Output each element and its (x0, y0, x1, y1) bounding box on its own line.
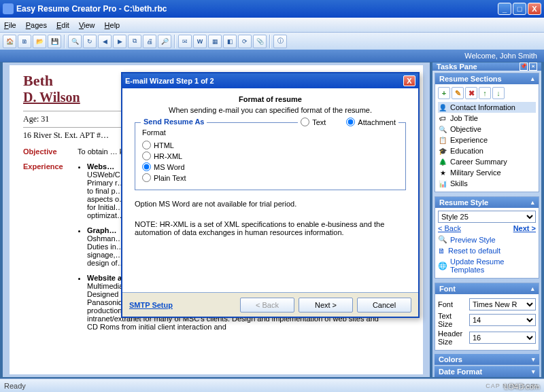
tool-open-icon[interactable]: 📂 (33, 35, 46, 48)
titlebar: Easy Resume Creator Pro - C:\beth.rbc _ … (0, 0, 544, 18)
watermark: LO4D.com (504, 382, 540, 391)
close-button[interactable]: X (528, 3, 541, 15)
tool-search-icon[interactable]: 🔍 (68, 35, 82, 48)
tool-sync-icon[interactable]: ⟳ (238, 35, 252, 48)
tool-print-icon[interactable]: 🖨 (143, 35, 156, 48)
textsize-label: Text Size (438, 312, 466, 328)
tool-refresh-icon[interactable]: ↻ (83, 35, 97, 48)
radio-html[interactable]: HTML (142, 141, 398, 149)
search-icon: 🔍 (438, 235, 447, 244)
menu-edit[interactable]: Edit (56, 21, 69, 29)
experience-icon: 📋 (438, 135, 447, 145)
tool-copy-icon[interactable]: ⧉ (128, 35, 141, 48)
section-education[interactable]: 🎓Education (438, 145, 536, 156)
email-wizard-dialog: E-mail Wizard Step 1 of 2 X Format of re… (121, 72, 420, 318)
preview-style-link[interactable]: 🔍Preview Style (438, 234, 536, 245)
section-career[interactable]: 🌲Career Summary (438, 156, 536, 167)
maximize-button[interactable]: □ (513, 3, 526, 15)
pane-pin-icon[interactable]: 📌 (520, 63, 528, 71)
collapse-icon[interactable]: ▴ (531, 199, 534, 206)
style-next-link[interactable]: Next > (513, 223, 536, 234)
panel-title: Resume Sections (439, 75, 502, 83)
section-objective[interactable]: 🔍Objective (438, 124, 536, 135)
radio-msword[interactable]: MS Word (142, 162, 398, 171)
section-contact[interactable]: 👤Contact Information (438, 102, 536, 113)
font-select[interactable]: Times New R (469, 298, 536, 310)
menu-view[interactable]: View (79, 21, 95, 29)
style-select[interactable]: Style 25 (438, 211, 536, 223)
radio-attachment[interactable]: Attachment (346, 118, 396, 126)
menu-file[interactable]: File (4, 21, 16, 29)
dialog-close-button[interactable]: X (403, 75, 415, 86)
send-as-fieldset: Send Resume As Text Attachment Format HT… (135, 122, 406, 190)
tool-word-icon[interactable]: W (193, 35, 207, 48)
headersize-label: Header Size (438, 329, 466, 346)
tool-new-icon[interactable]: 🗎 (18, 35, 31, 48)
objective-icon: 🔍 (438, 124, 447, 134)
back-button[interactable]: < Back (240, 298, 294, 313)
window-title: Easy Resume Creator Pro - C:\beth.rbc (16, 4, 496, 14)
reset-style-link[interactable]: 🗎Reset to default (438, 245, 536, 256)
textsize-select[interactable]: 14 (469, 314, 536, 326)
edit-section-button[interactable]: ✎ (452, 87, 464, 99)
tool-nav-left-icon[interactable]: ◀ (98, 35, 112, 48)
move-down-button[interactable]: ↓ (492, 87, 505, 99)
collapse-icon[interactable]: ▴ (531, 285, 534, 292)
move-up-button[interactable]: ↑ (479, 87, 491, 99)
panel-date-format[interactable]: Date Format▾ (435, 366, 539, 377)
expand-icon[interactable]: ▾ (532, 368, 535, 375)
menu-help[interactable]: Help (105, 21, 120, 29)
section-military[interactable]: ★Military Service (438, 167, 536, 178)
experience-label: Experience (23, 162, 78, 331)
tool-clip-icon[interactable]: 📎 (253, 35, 267, 48)
tool-save-icon[interactable]: 💾 (48, 35, 61, 48)
contact-icon: 👤 (438, 103, 447, 112)
tool-export-icon[interactable]: ▦ (208, 35, 222, 48)
add-section-button[interactable]: + (438, 87, 450, 99)
dialog-heading: Format of resume (135, 95, 406, 103)
delete-section-button[interactable]: ✖ (465, 87, 477, 99)
tasks-pane: Tasks Pane 📌 × Resume Sections▴ + ✎ ✖ ↑ … (432, 63, 541, 377)
dialog-subheading: When sending e-mail you can specified fo… (135, 106, 406, 114)
smtp-setup-link[interactable]: SMTP Setup (129, 301, 173, 309)
toolbar: 🏠 🗎 📂 💾 🔍 ↻ ◀ ▶ ⧉ 🖨 🔎 ✉ W ▦ ◧ ⟳ 📎 ⓘ Welc… (0, 33, 544, 50)
panel-colors[interactable]: Colors▾ (435, 354, 539, 365)
tool-preview-icon[interactable]: 🔎 (158, 35, 171, 48)
section-skills[interactable]: 📊Skills (438, 178, 536, 189)
panel-title: Resume Style (439, 198, 488, 207)
expand-icon[interactable]: ▾ (532, 356, 535, 363)
menubar: File Pages Edit View Help (0, 18, 544, 33)
section-experience[interactable]: 📋Experience (438, 135, 536, 145)
panel-title: Font (439, 285, 456, 293)
tool-mail-icon[interactable]: ✉ (178, 35, 192, 48)
style-back-link[interactable]: < Back (438, 223, 461, 234)
radio-plain[interactable]: Plain Text (142, 173, 398, 182)
update-templates-link[interactable]: 🌐Update Resume Templates (438, 256, 536, 275)
radio-hrxml[interactable]: HR-XML (142, 152, 398, 160)
separator (64, 35, 65, 48)
dialog-titlebar[interactable]: E-mail Wizard Step 1 of 2 X (122, 73, 418, 88)
skills-icon: 📊 (438, 179, 447, 188)
pane-close-icon[interactable]: × (529, 63, 537, 71)
separator (269, 35, 271, 48)
radio-text[interactable]: Text (301, 118, 326, 126)
cancel-button[interactable]: Cancel (357, 298, 411, 313)
collapse-icon[interactable]: ▴ (531, 75, 534, 82)
headersize-select[interactable]: 16 (469, 332, 536, 344)
panel-resume-style: Resume Style▴ Style 25 < Back Next > 🔍Pr… (435, 196, 539, 279)
minimize-button[interactable]: _ (498, 3, 511, 15)
status-ready: Ready (4, 382, 26, 390)
welcome-text: Welcome, John Smith (0, 50, 544, 62)
menu-pages[interactable]: Pages (26, 21, 47, 29)
section-jobtitle[interactable]: 🏷Job Title (438, 113, 536, 124)
tasks-pane-title: Tasks Pane (437, 63, 477, 71)
next-button[interactable]: Next > (299, 298, 353, 313)
tool-home-icon[interactable]: 🏠 (3, 35, 16, 48)
dialog-footer: SMTP Setup < Back Next > Cancel (122, 292, 418, 317)
tool-window-icon[interactable]: ◧ (223, 35, 237, 48)
dialog-title-text: E-mail Wizard Step 1 of 2 (125, 77, 214, 85)
fieldset-legend: Send Resume As (141, 118, 207, 126)
tool-about-icon[interactable]: ⓘ (273, 35, 287, 48)
tool-nav-right-icon[interactable]: ▶ (113, 35, 126, 48)
tasks-pane-header: Tasks Pane 📌 × (432, 63, 541, 71)
